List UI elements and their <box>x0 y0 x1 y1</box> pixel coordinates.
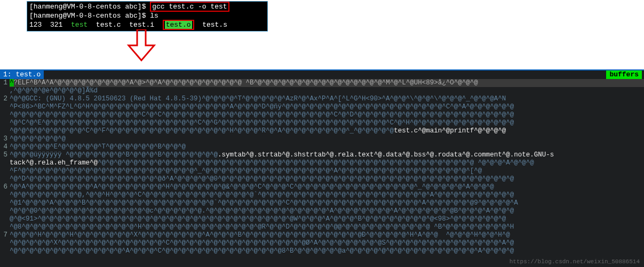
ls-item-exe: test <box>71 21 88 29</box>
editor-line: ^@^@^@^@^@^@^@^@^@^@^@^@^@^@^A^@^@^@^C^@… <box>0 247 644 255</box>
code-text: ^P<86>^BC^M^FZ^L^G^H^@^@^@^@^@^@^@^@^@^@… <box>10 103 644 111</box>
code-text: ^@^@^@^@^@^E^@^@^@^@^@^T^@^@^@^@^@^@^B^@… <box>10 143 644 151</box>
code-text: ^@^C^@^E^@^@^@^@^@^@^@^@^@^@^@^@^@^@^@^@… <box>10 119 644 127</box>
editor-line: @^@<91>^@^@^@^@^@^@^@^@^@^@^@^@^@^@^@^@^… <box>0 215 644 223</box>
line-number: 5 <box>0 151 10 159</box>
editor-line: 6^@^A^@^@^@^@^@^@^@^@^A^@^@^@^@^@^@^@^@^… <box>0 183 644 191</box>
command: ls <box>150 12 158 20</box>
code-text: ^@^@^@^@^@^X^@^@^@^@^@^@^@^@^@^@^@^@^@^C… <box>10 239 644 247</box>
code-text: ^@^@^@^@^@^@^@^@^@,^@^@^H^@^@^@^C^@^@^@^… <box>10 191 644 199</box>
editor-line: ^@^C^@^E^@^@^@^@^@^@^@^@^@^@^@^@^@^@^@^@… <box>0 119 644 127</box>
tab-active[interactable]: 1: test.o <box>0 70 44 79</box>
ls-item: test.s <box>202 21 227 29</box>
line-number: 3 <box>0 135 10 143</box>
code-text: ^@^D^@^@^@^@^@^@^@^@^@^@^@^@^@^@^@^@^@ð^… <box>10 175 644 183</box>
line-number: 4 <box>0 143 10 151</box>
code-text: ^@^A^@^@^@^@^@^@^@^@^A^@^@^@^@^@^@^@^@^H… <box>10 183 644 191</box>
symbol-names: test.c^@main^@printf^@^@^@^@ <box>394 127 506 135</box>
prompt: [hanmeng@VM-0-8-centos abc]$ <box>29 3 150 11</box>
editor-line: 2^@^@GCC: (GNU) 4.8.5 20150623 (Red Hat … <box>0 95 644 103</box>
editor-line: ^@^@^@0^@^@^@^@^@^@^@^@^@^@^@^@^@^@c^@^@… <box>0 207 644 215</box>
ls-item-obj: test.o <box>165 21 192 29</box>
editor-line: ^F^@^@^@^@^@^@^@^@^@^@^@^@^@^@^@^@^@^@^@… <box>0 167 644 175</box>
tabbar: 1: test.o buffers <box>0 70 644 79</box>
code-text: ,^@^@^@^@è^@^@^@^@]Ã%d <box>10 87 644 95</box>
cursor-icon: ^ <box>10 79 14 87</box>
line-number: 1 <box>0 79 10 87</box>
code-text: @^@<91>^@^@^@^@^@^@^@^@^@^@^@^@^@^@^@^@^… <box>10 215 644 223</box>
editor-line: 5^@^@^@üÿÿÿÿÿÿ ^@^@^@^@^@^@^@^B^@^@^@^B^… <box>0 151 644 159</box>
prompt: [hanmeng@VM-0-8-centos abc]$ <box>29 12 150 20</box>
editor-panel[interactable]: 1: test.o buffers 1^?ELF^B^A^A^@^@^@^@^@… <box>0 69 644 267</box>
ls-item: test.c <box>96 21 121 29</box>
line-number: 2 <box>0 95 10 103</box>
code-text: ^?ELF^B^A^A^@^@^@^@^@^@^@^@^@^A^@>^@^A^@… <box>10 79 644 87</box>
code-text: ^@^@^@0^@^@^@^@^@^@^@^@^@^@^@^@^@^@c^@^@… <box>10 207 644 215</box>
terminal-panel: [hanmeng@VM-0-8-centos abc]$ gcc test.c … <box>27 1 268 32</box>
editor-line: ^@^@^@^@^@^@^@^@^@,^@^@^H^@^@^@^C^@^@^@^… <box>0 191 644 199</box>
ls-item-highlight: test.o <box>163 20 194 30</box>
code-text: ^@^@^@^@^@^@^@^@^@^@^@^@^@^@^A^@^@^@^C^@… <box>10 247 644 255</box>
code-text: ^F^@^@^@^@^@^@^@^@^@^@^@^@^@^@^@^@^@^@^@… <box>10 167 644 175</box>
terminal-line-1: [hanmeng@VM-0-8-centos abc]$ gcc test.c … <box>29 3 265 12</box>
editor-line: ^P<86>^BC^M^FZ^L^G^H^@^@^@^@^@^@^@^@^@^@… <box>0 103 644 111</box>
code-text: ^@^@GCC: (GNU) 4.8.5 20150623 (Red Hat 4… <box>10 95 644 103</box>
code-text: ^@^@^@^H^@^@^@^H^@^@^@^@^@^@^@^X^@^@^@^@… <box>10 231 644 239</box>
command-highlight: gcc test.c -o test <box>150 2 229 12</box>
ls-item: test.i <box>129 21 154 29</box>
ls-item: 123 <box>29 21 42 29</box>
code-text: ^@8^@^@^@^@^@^@^@^@^@^@^@^@^@^@^H^@^@^@^… <box>10 223 644 231</box>
ls-item: 321 <box>50 21 62 29</box>
editor-line: 4^@^@^@^@^@^E^@^@^@^@^@^T^@^@^@^@^@^@^B^… <box>0 143 644 151</box>
code-text: ^@^@^@^@^@^@^@^@^@^@^@^@^@^@^@^@^C^@^C^@… <box>10 111 644 119</box>
buffers-button[interactable]: buffers <box>606 70 642 79</box>
code-text: ^@1^@^@^@^A^@^@^@^B^@^@^@^@^@^@^@^@^@^@^… <box>10 199 644 207</box>
arrow-icon <box>125 29 157 62</box>
editor-line: 1^?ELF^B^A^A^@^@^@^@^@^@^@^@^@^A^@>^@^A^… <box>0 79 644 87</box>
code-text: ^@^@^@^@^@^@^@ <box>10 135 644 143</box>
code-text: tack^@.rela.eh_frame^@^@^@^@^@^@^@^@^@^@… <box>10 159 644 167</box>
line-number: 7 <box>0 231 10 239</box>
editor-line: ,^@^@^@^@è^@^@^@^@]Ã%d <box>0 87 644 95</box>
editor-line: ^@^@^@^@^@^@^@^@^@^@^@^@^@^@^@^@^C^@^C^@… <box>0 111 644 119</box>
editor-line: tack^@.rela.eh_frame^@^@^@^@^@^@^@^@^@^@… <box>0 159 644 167</box>
editor-line: ^@^@^@^@^@^@^@^@^@^C^@^F^@^@^@^@^@^@^@^@… <box>0 127 644 135</box>
editor-line: 3^@^@^@^@^@^@^@ <box>0 135 644 143</box>
symbol-names: .symtab^@.strtab^@.shstrtab^@.rela.text^… <box>218 151 554 159</box>
terminal-line-2: [hanmeng@VM-0-8-centos abc]$ ls <box>29 12 265 21</box>
code-text: ^@^@^@^@^@^@^@^@^@^C^@^F^@^@^@^@^@^@^@^@… <box>10 127 644 135</box>
terminal-line-3: 123 321 test test.c test.i test.o test.s <box>29 21 265 30</box>
editor-line: ^@8^@^@^@^@^@^@^@^@^@^@^@^@^@^@^H^@^@^@^… <box>0 223 644 231</box>
editor-line: 7^@^@^@^H^@^@^@^H^@^@^@^@^@^@^@^X^@^@^@^… <box>0 231 644 239</box>
editor-line: ^@1^@^@^@^A^@^@^@^B^@^@^@^@^@^@^@^@^@^@^… <box>0 199 644 207</box>
editor-line: ^@^@^@^@^@^X^@^@^@^@^@^@^@^@^@^@^@^@^@^C… <box>0 239 644 247</box>
editor-content[interactable]: 1^?ELF^B^A^A^@^@^@^@^@^@^@^@^@^A^@>^@^A^… <box>0 79 644 255</box>
editor-line: ^@^D^@^@^@^@^@^@^@^@^@^@^@^@^@^@^@^@^@ð^… <box>0 175 644 183</box>
code-text: ^@^@^@üÿÿÿÿÿÿ ^@^@^@^@^@^@^@^B^@^@^@^B^@… <box>10 151 644 159</box>
line-number: 6 <box>0 183 10 191</box>
symbol-names: tack^@.rela.eh_frame^@ <box>10 159 98 167</box>
